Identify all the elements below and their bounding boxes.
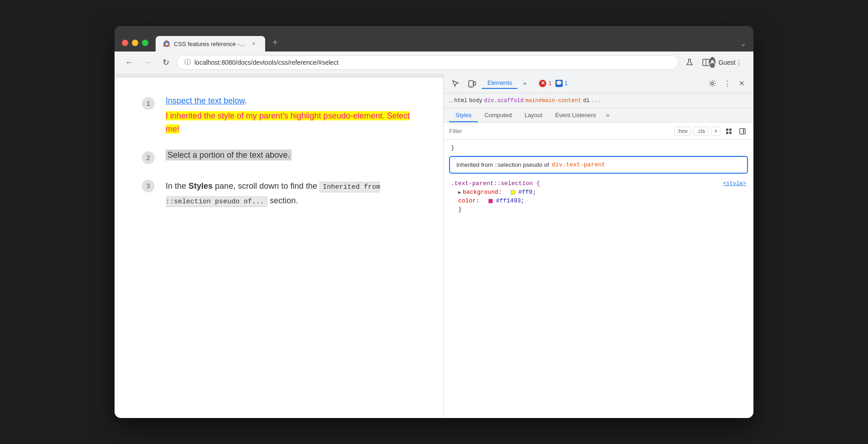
hov-filter-button[interactable]: :hov	[674, 127, 691, 136]
highlighted-text: I inherited the style of my parent's hig…	[166, 111, 410, 134]
tab-event-listeners[interactable]: Event Listeners	[549, 108, 602, 122]
tab-title: CSS features reference - Chro…	[174, 41, 246, 47]
inherited-selection-section: Inherited from ::selection pseudo of div…	[449, 156, 748, 174]
filter-actions: :hov .cls +	[674, 126, 748, 137]
elements-tab[interactable]: Elements	[482, 77, 518, 89]
page-top-bar	[115, 73, 443, 78]
tab-layout[interactable]: Layout	[518, 108, 549, 122]
breadcrumb-dots[interactable]: …	[449, 98, 452, 104]
sidebar-icon	[739, 128, 746, 134]
inspect-element-button[interactable]	[449, 77, 462, 90]
item-number-1: 1	[142, 97, 155, 110]
breadcrumb-html[interactable]: html	[454, 98, 467, 104]
more-tabs-label: »	[523, 80, 526, 87]
active-tab[interactable]: CSS features reference - Chro… ×	[156, 36, 265, 52]
background-color-swatch[interactable]	[511, 190, 515, 195]
devtools-more-button[interactable]: ⋮	[721, 77, 733, 90]
more-styles-tabs-button[interactable]: »	[602, 108, 613, 122]
event-listeners-tab-label: Event Listeners	[555, 112, 596, 119]
profile-button[interactable]: Guest	[715, 55, 730, 70]
item-3-content: In the Styles pane, scroll down to find …	[166, 179, 416, 208]
css-source-link[interactable]: <style>	[723, 181, 746, 187]
svg-point-8	[471, 86, 471, 87]
page-content: 1 Inspect the text below. I inherited th…	[115, 73, 443, 418]
tab-menu-button[interactable]: ⌄	[740, 39, 746, 48]
inspect-icon	[451, 79, 460, 88]
reload-button[interactable]: ↻	[158, 55, 173, 70]
close-window-button[interactable]	[122, 40, 128, 46]
add-style-button[interactable]: +	[711, 127, 721, 136]
svg-rect-13	[729, 132, 732, 134]
minimize-window-button[interactable]	[132, 40, 138, 46]
split-icon	[702, 58, 710, 67]
nav-bar: ← → ↻ ⓘ localhost:8080/docs/devtools/css…	[115, 52, 753, 73]
svg-rect-11	[729, 129, 732, 131]
color-prop-name: color:	[458, 197, 480, 204]
styles-tab-bar: Styles Computed Layout Event Listeners »	[444, 108, 753, 123]
css-selector-line: .text-parent::selection { <style>	[451, 179, 746, 188]
color-swatch[interactable]	[488, 199, 493, 203]
more-menu-button[interactable]: ⋮	[732, 55, 746, 70]
forward-button[interactable]: →	[140, 55, 155, 70]
error-icon: ✕	[539, 80, 546, 87]
step3-text-middle: pane, scroll down to find the	[213, 181, 319, 191]
nav-actions: Guest ⋮	[682, 55, 746, 70]
more-style-button[interactable]	[723, 126, 734, 137]
devtools-settings-button[interactable]	[706, 77, 719, 90]
inherited-selector[interactable]: div.text-parent	[552, 161, 605, 168]
new-tab-button[interactable]: +	[269, 37, 282, 48]
numbered-list: 1 Inspect the text below. I inherited th…	[142, 96, 416, 208]
devtools-badges: ✕ 1 💬 1	[539, 80, 567, 87]
main-content: 1 Inspect the text below. I inherited th…	[115, 73, 753, 418]
devtools-close-button[interactable]: ✕	[735, 77, 748, 90]
address-bar[interactable]: ⓘ localhost:8080/docs/devtools/css/refer…	[177, 55, 679, 70]
back-button[interactable]: ←	[122, 55, 136, 70]
breadcrumb-more[interactable]: ...	[591, 98, 601, 104]
css-selector-text[interactable]: .text-parent::selection {	[451, 180, 540, 187]
tab-computed[interactable]: Computed	[478, 108, 518, 122]
step3-text-before: In the	[166, 181, 188, 191]
background-prop-value[interactable]: #ff0;	[518, 189, 536, 196]
breadcrumb-div-scaffold[interactable]: div.scaffold	[484, 98, 523, 104]
svg-rect-10	[726, 129, 728, 131]
inspect-link[interactable]: Inspect the text below	[166, 96, 245, 105]
window-controls	[122, 40, 148, 46]
computed-tab-label: Computed	[484, 112, 512, 119]
experiments-button[interactable]	[682, 55, 697, 70]
opening-brace: }	[444, 144, 753, 152]
devtools-breadcrumb: … html body div.scaffold main#main-conte…	[444, 93, 753, 108]
closing-brace: }	[451, 205, 746, 214]
device-mode-button[interactable]	[465, 77, 478, 90]
breadcrumb-main-content[interactable]: main#main-content	[525, 98, 581, 104]
list-item: 3 In the Styles pane, scroll down to fin…	[142, 179, 416, 208]
tab-close-button[interactable]: ×	[250, 40, 258, 48]
step3-text-after: section.	[267, 196, 298, 205]
gear-icon	[709, 80, 716, 87]
list-item: 2 Select a portion of the text above.	[142, 150, 416, 164]
tab-favicon-icon	[163, 40, 170, 47]
devtools-panel: Elements » ✕ 1 💬 1	[443, 73, 753, 418]
cls-filter-button[interactable]: .cls	[694, 127, 708, 136]
devtools-tab-bar: Elements »	[482, 77, 532, 89]
tab-styles[interactable]: Styles	[449, 108, 478, 122]
info-icon: 💬	[555, 80, 563, 87]
color-prop-value[interactable]: #ff1493;	[496, 197, 524, 204]
color-space	[481, 197, 485, 204]
breadcrumb-body[interactable]: body	[469, 98, 482, 104]
error-count: 1	[548, 80, 551, 87]
sidebar-toggle-button[interactable]	[737, 126, 748, 137]
item-1-content: Inspect the text below. I inherited the …	[166, 96, 416, 136]
device-icon	[468, 79, 476, 88]
maximize-window-button[interactable]	[142, 40, 148, 46]
item-number-2: 2	[142, 151, 155, 164]
more-devtools-tabs-button[interactable]: »	[518, 78, 532, 88]
background-space	[504, 189, 507, 196]
css-property-color: color: #ff1493;	[451, 196, 746, 205]
filter-input[interactable]	[449, 128, 670, 134]
expand-arrow-icon[interactable]: ▶	[458, 190, 461, 195]
gray-text: Select a portion of the text above.	[166, 150, 292, 160]
styles-tab-label: Styles	[455, 112, 471, 119]
browser-window: CSS features reference - Chro… × + ⌄ ← →…	[115, 26, 753, 418]
breadcrumb-di[interactable]: di	[583, 98, 590, 104]
inherited-label: Inherited from ::selection pseudo of div…	[456, 161, 741, 168]
